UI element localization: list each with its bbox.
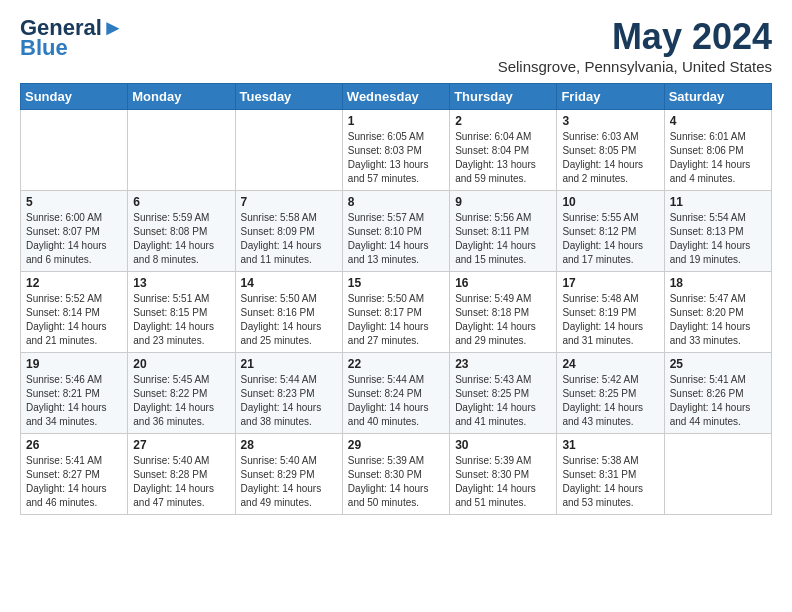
- day-number: 22: [348, 357, 444, 371]
- calendar-cell: 22Sunrise: 5:44 AMSunset: 8:24 PMDayligh…: [342, 353, 449, 434]
- calendar-cell: [235, 110, 342, 191]
- calendar-week-5: 26Sunrise: 5:41 AMSunset: 8:27 PMDayligh…: [21, 434, 772, 515]
- day-header-saturday: Saturday: [664, 84, 771, 110]
- day-number: 27: [133, 438, 229, 452]
- calendar-cell: 1Sunrise: 6:05 AMSunset: 8:03 PMDaylight…: [342, 110, 449, 191]
- cell-content: Sunrise: 5:58 AMSunset: 8:09 PMDaylight:…: [241, 211, 337, 267]
- day-number: 10: [562, 195, 658, 209]
- day-header-tuesday: Tuesday: [235, 84, 342, 110]
- calendar-cell: 6Sunrise: 5:59 AMSunset: 8:08 PMDaylight…: [128, 191, 235, 272]
- day-number: 13: [133, 276, 229, 290]
- calendar-cell: 31Sunrise: 5:38 AMSunset: 8:31 PMDayligh…: [557, 434, 664, 515]
- day-number: 23: [455, 357, 551, 371]
- cell-content: Sunrise: 5:40 AMSunset: 8:29 PMDaylight:…: [241, 454, 337, 510]
- calendar-cell: 21Sunrise: 5:44 AMSunset: 8:23 PMDayligh…: [235, 353, 342, 434]
- cell-content: Sunrise: 5:41 AMSunset: 8:27 PMDaylight:…: [26, 454, 122, 510]
- day-number: 31: [562, 438, 658, 452]
- cell-content: Sunrise: 5:51 AMSunset: 8:15 PMDaylight:…: [133, 292, 229, 348]
- calendar-cell: 2Sunrise: 6:04 AMSunset: 8:04 PMDaylight…: [450, 110, 557, 191]
- title-block: May 2024 Selinsgrove, Pennsylvania, Unit…: [498, 16, 772, 75]
- cell-content: Sunrise: 5:40 AMSunset: 8:28 PMDaylight:…: [133, 454, 229, 510]
- cell-content: Sunrise: 6:03 AMSunset: 8:05 PMDaylight:…: [562, 130, 658, 186]
- cell-content: Sunrise: 5:45 AMSunset: 8:22 PMDaylight:…: [133, 373, 229, 429]
- day-number: 28: [241, 438, 337, 452]
- day-number: 2: [455, 114, 551, 128]
- day-number: 8: [348, 195, 444, 209]
- day-number: 9: [455, 195, 551, 209]
- cell-content: Sunrise: 5:46 AMSunset: 8:21 PMDaylight:…: [26, 373, 122, 429]
- calendar-cell: 8Sunrise: 5:57 AMSunset: 8:10 PMDaylight…: [342, 191, 449, 272]
- subtitle: Selinsgrove, Pennsylvania, United States: [498, 58, 772, 75]
- day-header-monday: Monday: [128, 84, 235, 110]
- day-number: 16: [455, 276, 551, 290]
- day-header-thursday: Thursday: [450, 84, 557, 110]
- calendar-cell: 5Sunrise: 6:00 AMSunset: 8:07 PMDaylight…: [21, 191, 128, 272]
- calendar-cell: 23Sunrise: 5:43 AMSunset: 8:25 PMDayligh…: [450, 353, 557, 434]
- cell-content: Sunrise: 5:43 AMSunset: 8:25 PMDaylight:…: [455, 373, 551, 429]
- calendar-cell: [21, 110, 128, 191]
- cell-content: Sunrise: 5:59 AMSunset: 8:08 PMDaylight:…: [133, 211, 229, 267]
- calendar-week-3: 12Sunrise: 5:52 AMSunset: 8:14 PMDayligh…: [21, 272, 772, 353]
- calendar-cell: 13Sunrise: 5:51 AMSunset: 8:15 PMDayligh…: [128, 272, 235, 353]
- day-header-wednesday: Wednesday: [342, 84, 449, 110]
- day-number: 5: [26, 195, 122, 209]
- calendar-cell: 4Sunrise: 6:01 AMSunset: 8:06 PMDaylight…: [664, 110, 771, 191]
- calendar-cell: 16Sunrise: 5:49 AMSunset: 8:18 PMDayligh…: [450, 272, 557, 353]
- calendar-cell: 24Sunrise: 5:42 AMSunset: 8:25 PMDayligh…: [557, 353, 664, 434]
- cell-content: Sunrise: 5:41 AMSunset: 8:26 PMDaylight:…: [670, 373, 766, 429]
- calendar-cell: 12Sunrise: 5:52 AMSunset: 8:14 PMDayligh…: [21, 272, 128, 353]
- day-number: 3: [562, 114, 658, 128]
- calendar-table: SundayMondayTuesdayWednesdayThursdayFrid…: [20, 83, 772, 515]
- calendar-week-2: 5Sunrise: 6:00 AMSunset: 8:07 PMDaylight…: [21, 191, 772, 272]
- cell-content: Sunrise: 5:56 AMSunset: 8:11 PMDaylight:…: [455, 211, 551, 267]
- day-number: 30: [455, 438, 551, 452]
- cell-content: Sunrise: 5:42 AMSunset: 8:25 PMDaylight:…: [562, 373, 658, 429]
- calendar-cell: 19Sunrise: 5:46 AMSunset: 8:21 PMDayligh…: [21, 353, 128, 434]
- calendar-cell: 27Sunrise: 5:40 AMSunset: 8:28 PMDayligh…: [128, 434, 235, 515]
- calendar-cell: 9Sunrise: 5:56 AMSunset: 8:11 PMDaylight…: [450, 191, 557, 272]
- day-number: 14: [241, 276, 337, 290]
- cell-content: Sunrise: 5:50 AMSunset: 8:16 PMDaylight:…: [241, 292, 337, 348]
- calendar-cell: 11Sunrise: 5:54 AMSunset: 8:13 PMDayligh…: [664, 191, 771, 272]
- day-number: 11: [670, 195, 766, 209]
- day-header-friday: Friday: [557, 84, 664, 110]
- calendar-cell: 7Sunrise: 5:58 AMSunset: 8:09 PMDaylight…: [235, 191, 342, 272]
- cell-content: Sunrise: 5:44 AMSunset: 8:24 PMDaylight:…: [348, 373, 444, 429]
- calendar-cell: 20Sunrise: 5:45 AMSunset: 8:22 PMDayligh…: [128, 353, 235, 434]
- day-number: 20: [133, 357, 229, 371]
- main-title: May 2024: [498, 16, 772, 58]
- cell-content: Sunrise: 6:00 AMSunset: 8:07 PMDaylight:…: [26, 211, 122, 267]
- cell-content: Sunrise: 5:50 AMSunset: 8:17 PMDaylight:…: [348, 292, 444, 348]
- day-number: 17: [562, 276, 658, 290]
- calendar-cell: 18Sunrise: 5:47 AMSunset: 8:20 PMDayligh…: [664, 272, 771, 353]
- day-number: 7: [241, 195, 337, 209]
- day-number: 18: [670, 276, 766, 290]
- day-header-sunday: Sunday: [21, 84, 128, 110]
- cell-content: Sunrise: 5:48 AMSunset: 8:19 PMDaylight:…: [562, 292, 658, 348]
- day-number: 26: [26, 438, 122, 452]
- cell-content: Sunrise: 5:54 AMSunset: 8:13 PMDaylight:…: [670, 211, 766, 267]
- cell-content: Sunrise: 5:49 AMSunset: 8:18 PMDaylight:…: [455, 292, 551, 348]
- logo-text-blue: Blue: [20, 36, 68, 60]
- cell-content: Sunrise: 5:55 AMSunset: 8:12 PMDaylight:…: [562, 211, 658, 267]
- day-number: 6: [133, 195, 229, 209]
- cell-content: Sunrise: 5:39 AMSunset: 8:30 PMDaylight:…: [348, 454, 444, 510]
- day-number: 1: [348, 114, 444, 128]
- cell-content: Sunrise: 6:01 AMSunset: 8:06 PMDaylight:…: [670, 130, 766, 186]
- calendar-cell: 29Sunrise: 5:39 AMSunset: 8:30 PMDayligh…: [342, 434, 449, 515]
- day-number: 24: [562, 357, 658, 371]
- day-number: 21: [241, 357, 337, 371]
- cell-content: Sunrise: 5:38 AMSunset: 8:31 PMDaylight:…: [562, 454, 658, 510]
- cell-content: Sunrise: 5:44 AMSunset: 8:23 PMDaylight:…: [241, 373, 337, 429]
- day-number: 12: [26, 276, 122, 290]
- day-number: 19: [26, 357, 122, 371]
- calendar-header-row: SundayMondayTuesdayWednesdayThursdayFrid…: [21, 84, 772, 110]
- calendar-cell: 3Sunrise: 6:03 AMSunset: 8:05 PMDaylight…: [557, 110, 664, 191]
- cell-content: Sunrise: 6:04 AMSunset: 8:04 PMDaylight:…: [455, 130, 551, 186]
- calendar-cell: 15Sunrise: 5:50 AMSunset: 8:17 PMDayligh…: [342, 272, 449, 353]
- cell-content: Sunrise: 5:52 AMSunset: 8:14 PMDaylight:…: [26, 292, 122, 348]
- day-number: 25: [670, 357, 766, 371]
- cell-content: Sunrise: 5:47 AMSunset: 8:20 PMDaylight:…: [670, 292, 766, 348]
- logo: General► Blue: [20, 16, 124, 60]
- calendar-cell: 10Sunrise: 5:55 AMSunset: 8:12 PMDayligh…: [557, 191, 664, 272]
